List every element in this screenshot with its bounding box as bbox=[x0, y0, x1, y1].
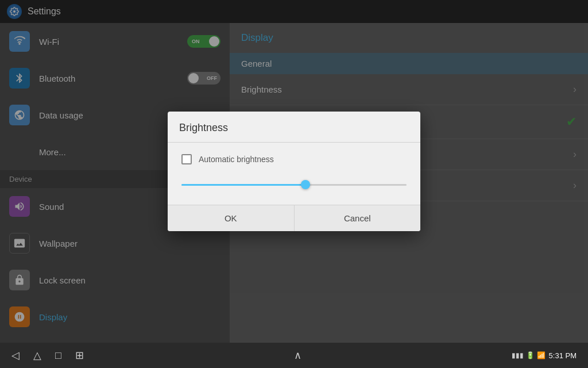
brightness-slider-fill bbox=[181, 184, 305, 186]
signal-icon: ▮▮▮ bbox=[512, 351, 524, 359]
brightness-slider-thumb[interactable] bbox=[301, 180, 310, 189]
home-button[interactable]: △ bbox=[33, 349, 41, 362]
back-button[interactable]: ◁ bbox=[11, 349, 20, 362]
ok-button[interactable]: OK bbox=[168, 205, 295, 231]
brightness-dialog: Brightness Automatic brightness OK Cance… bbox=[168, 112, 420, 231]
auto-brightness-row: Automatic brightness bbox=[181, 154, 407, 164]
time-display: 5:31 PM bbox=[549, 351, 577, 360]
dialog-buttons: OK Cancel bbox=[168, 205, 420, 231]
auto-brightness-label: Automatic brightness bbox=[199, 155, 274, 164]
brightness-slider-track bbox=[181, 184, 407, 186]
screenshot-button[interactable]: ⊞ bbox=[75, 349, 84, 362]
battery-icon: 🔋 bbox=[526, 351, 535, 359]
recent-apps-button[interactable]: □ bbox=[55, 350, 61, 362]
dialog-title: Brightness bbox=[168, 112, 420, 143]
dialog-content: Automatic brightness bbox=[168, 143, 420, 205]
dialog-overlay: Brightness Automatic brightness OK Cance… bbox=[0, 0, 588, 343]
nav-left: ◁ △ □ ⊞ bbox=[11, 349, 84, 362]
cancel-button[interactable]: Cancel bbox=[295, 205, 421, 231]
wifi-status-icon: 📶 bbox=[537, 351, 546, 359]
auto-brightness-checkbox[interactable] bbox=[181, 154, 192, 164]
volume-up-button[interactable]: ∧ bbox=[294, 349, 301, 362]
brightness-slider-container bbox=[181, 176, 407, 193]
bottom-nav: ◁ △ □ ⊞ ∧ ▮▮▮ 🔋 📶 5:31 PM bbox=[0, 343, 588, 368]
status-icons: ▮▮▮ 🔋 📶 bbox=[512, 351, 546, 359]
status-bar: ▮▮▮ 🔋 📶 5:31 PM bbox=[512, 351, 577, 360]
